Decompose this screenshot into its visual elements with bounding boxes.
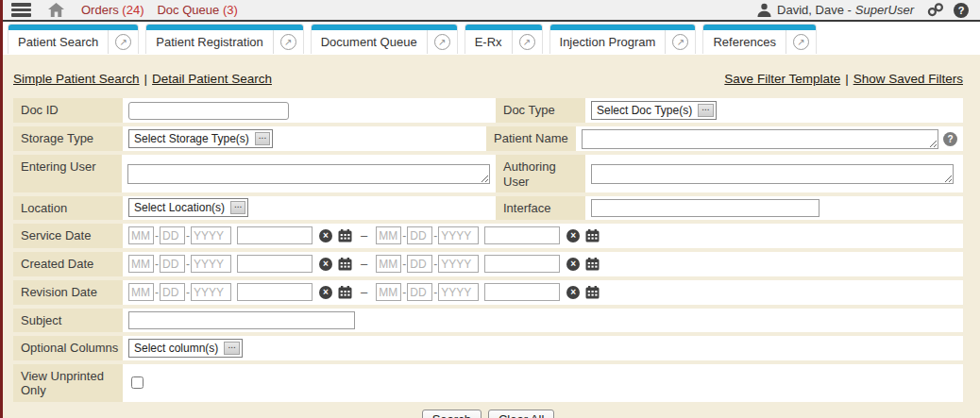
calendar-icon[interactable]: [338, 258, 352, 271]
patient-name-help-icon[interactable]: ?: [943, 132, 957, 146]
open-new-window-button[interactable]: ↗: [108, 30, 138, 54]
subject-input[interactable]: [128, 311, 355, 329]
home-icon[interactable]: [48, 3, 64, 17]
created-date-from-year-input[interactable]: [191, 255, 231, 273]
open-new-window-icon: ↗: [434, 34, 450, 50]
revision-date-to-month-input[interactable]: [376, 283, 401, 301]
service-date-from-year-input[interactable]: [191, 226, 231, 244]
created-date-to-month-input[interactable]: [376, 255, 401, 273]
simple-patient-search-link[interactable]: Simple Patient Search: [13, 72, 140, 86]
view-unprinted-only-checkbox[interactable]: [131, 376, 144, 389]
created-date-label: Created Date: [13, 252, 123, 276]
revision-date-from-day-input[interactable]: [160, 283, 185, 301]
created-date-to-year-input[interactable]: [438, 255, 479, 273]
clear-all-button[interactable]: Clear All: [488, 410, 554, 418]
clear-date-icon[interactable]: ×: [566, 258, 580, 271]
interface-label: Interface: [496, 196, 585, 220]
calendar-icon[interactable]: [585, 286, 600, 299]
calendar-icon[interactable]: [585, 229, 600, 242]
optional-columns-more-button[interactable]: ...: [224, 342, 239, 355]
filter-form: Doc ID Doc Type Select Doc Type(s) ...: [13, 98, 963, 402]
service-date-to-year-input[interactable]: [438, 226, 479, 244]
revision-date-to-time-input[interactable]: [484, 283, 560, 301]
calendar-icon[interactable]: [585, 258, 600, 271]
entering-user-input[interactable]: [127, 164, 490, 184]
link-icon[interactable]: [927, 3, 944, 17]
open-new-window-icon: ↗: [519, 34, 535, 50]
help-icon[interactable]: ?: [954, 3, 969, 18]
tab-patient-registration[interactable]: Patient Registration ↗: [145, 24, 303, 54]
orders-link[interactable]: Orders (24): [81, 3, 144, 17]
doc-queue-link[interactable]: Doc Queue (3): [157, 3, 237, 17]
date-separator: -: [433, 286, 437, 299]
tab-injection-program[interactable]: Injection Program ↗: [549, 24, 697, 54]
tab-document-queue[interactable]: Document Queue ↗: [311, 24, 458, 54]
doc-queue-label: Doc Queue: [157, 3, 219, 17]
patient-name-input[interactable]: [582, 129, 938, 149]
revision-date-to-year-input[interactable]: [438, 283, 479, 301]
doc-type-select[interactable]: Select Doc Type(s) ...: [591, 101, 717, 120]
date-separator: -: [155, 258, 159, 271]
created-date-from-day-input[interactable]: [160, 255, 185, 273]
created-date-to-time-input[interactable]: [484, 255, 560, 273]
optional-columns-select[interactable]: Select column(s) ...: [128, 339, 243, 358]
calendar-icon[interactable]: [338, 229, 352, 242]
created-date-from-time-input[interactable]: [237, 255, 313, 273]
tab-label: Injection Program: [550, 35, 666, 49]
clear-date-icon[interactable]: ×: [319, 286, 332, 299]
date-separator: -: [186, 258, 190, 271]
location-more-button[interactable]: ...: [230, 201, 245, 214]
tab-references[interactable]: References ↗: [702, 24, 816, 54]
revision-date-label: Revision Date: [13, 280, 123, 305]
search-button[interactable]: Search: [422, 410, 482, 418]
revision-date-from-time-input[interactable]: [237, 283, 313, 301]
open-new-window-button[interactable]: ↗: [665, 30, 695, 54]
open-new-window-button[interactable]: ↗: [427, 30, 457, 54]
filter-template-links: Save Filter Template|Show Saved Filters: [724, 70, 963, 87]
revision-date-from-year-input[interactable]: [191, 283, 231, 301]
open-new-window-button[interactable]: ↗: [273, 30, 303, 54]
detail-patient-search-link[interactable]: Detail Patient Search: [152, 72, 272, 86]
calendar-icon[interactable]: [338, 286, 352, 299]
storage-type-more-button[interactable]: ...: [255, 132, 270, 145]
storage-type-select[interactable]: Select Storage Type(s) ...: [128, 129, 273, 148]
clear-date-icon[interactable]: ×: [319, 258, 332, 271]
hamburger-menu-icon[interactable]: [11, 1, 31, 19]
created-date-to-day-input[interactable]: [407, 255, 432, 273]
show-saved-filters-link[interactable]: Show Saved Filters: [853, 72, 963, 86]
service-date-to-time-input[interactable]: [484, 226, 560, 244]
tab-e-rx[interactable]: E-Rx ↗: [465, 24, 543, 54]
clear-date-icon[interactable]: ×: [319, 229, 332, 242]
tab-patient-search[interactable]: Patient Search ↗: [8, 24, 139, 54]
clear-date-icon[interactable]: ×: [566, 286, 580, 299]
user-name: David, Dave -: [777, 3, 852, 17]
clear-date-icon[interactable]: ×: [566, 229, 580, 242]
revision-date-from-month-input[interactable]: [128, 283, 154, 301]
save-filter-template-link[interactable]: Save Filter Template: [724, 72, 840, 86]
subject-label: Subject: [13, 309, 123, 332]
tab-label: Patient Registration: [146, 35, 272, 49]
top-bar-right: David, Dave - SuperUser ?: [757, 3, 969, 18]
document-queue-page: Orders (24) Doc Queue (3) David, Dave - …: [0, 0, 980, 418]
interface-input[interactable]: [591, 199, 819, 217]
tab-label: E-Rx: [465, 35, 512, 49]
service-date-from-time-input[interactable]: [237, 226, 313, 244]
service-date-from-month-input[interactable]: [128, 226, 154, 244]
user-role: SuperUser: [855, 3, 914, 17]
revision-date-to-day-input[interactable]: [407, 283, 432, 301]
open-new-window-button[interactable]: ↗: [786, 30, 816, 54]
location-select[interactable]: Select Location(s) ...: [128, 198, 248, 217]
authoring-user-label: Authoring User: [496, 155, 585, 192]
form-actions: Search Clear All: [13, 410, 963, 418]
service-date-to-month-input[interactable]: [376, 226, 401, 244]
top-bar-left: Orders (24) Doc Queue (3): [11, 1, 251, 19]
service-date-from-day-input[interactable]: [160, 226, 185, 244]
open-new-window-button[interactable]: ↗: [512, 30, 542, 54]
authoring-user-input[interactable]: [591, 164, 954, 184]
doc-type-more-button[interactable]: ...: [698, 104, 713, 117]
date-separator: -: [155, 229, 159, 242]
service-date-to-day-input[interactable]: [407, 226, 432, 244]
created-date-from-month-input[interactable]: [128, 255, 154, 273]
date-range-separator: –: [361, 257, 367, 271]
doc-id-input[interactable]: [128, 102, 289, 120]
